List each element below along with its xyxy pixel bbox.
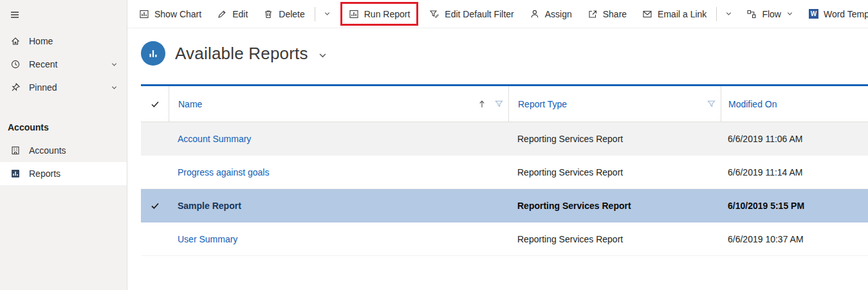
sidebar-item-recent[interactable]: Recent	[0, 53, 127, 76]
sort-ascending-icon	[478, 100, 486, 109]
chevron-down-icon	[318, 51, 328, 60]
table-row[interactable]: User Summary Reporting Services Report 6…	[141, 222, 868, 256]
accounts-icon	[10, 145, 21, 156]
button-label: Email a Link	[658, 9, 706, 19]
sidebar-item-label: Accounts	[29, 145, 66, 156]
run-report-button[interactable]: Run Report	[340, 2, 419, 26]
share-icon	[587, 9, 598, 19]
word-icon: W	[809, 9, 818, 19]
trash-icon	[263, 9, 273, 19]
flow-icon	[746, 9, 757, 19]
row-checkbox[interactable]	[141, 122, 169, 156]
show-chart-button[interactable]: Show Chart	[131, 0, 209, 28]
button-label: Run Report	[364, 9, 411, 19]
report-type-cell: Reporting Services Report	[508, 189, 721, 222]
run-report-icon	[349, 9, 359, 19]
chevron-down-icon	[725, 10, 732, 17]
view-selector-button[interactable]	[318, 51, 328, 60]
email-a-link-button[interactable]: Email a Link	[634, 0, 714, 28]
hamburger-icon	[10, 10, 20, 20]
toolbar-divider	[716, 7, 717, 21]
sidebar: Home Recent Pinned Accounts Accounts Rep…	[0, 0, 127, 290]
home-icon	[10, 36, 21, 46]
hamburger-menu-button[interactable]	[0, 0, 127, 30]
word-templates-button[interactable]: W Word Templates	[801, 0, 868, 28]
command-bar: Show Chart Edit Delete Run Report Edit D…	[127, 0, 868, 28]
view-header: Available Reports	[127, 28, 868, 66]
button-label: Edit	[232, 9, 248, 19]
report-type-cell: Reporting Services Report	[508, 222, 721, 255]
delete-button[interactable]: Delete	[255, 0, 312, 28]
column-label: Name	[178, 99, 202, 109]
assign-button[interactable]: Assign	[522, 0, 580, 28]
report-name-link[interactable]: Sample Report	[178, 201, 241, 211]
sidebar-item-pinned[interactable]: Pinned	[0, 76, 127, 99]
column-header-modified-on[interactable]: Modified On	[721, 86, 868, 122]
chevron-down-icon	[111, 61, 118, 68]
table-row-selected[interactable]: Sample Report Reporting Services Report …	[141, 189, 868, 222]
sidebar-item-home[interactable]: Home	[0, 30, 127, 53]
reports-icon	[10, 168, 21, 179]
pinned-expand-button[interactable]	[111, 84, 118, 91]
report-name-link[interactable]: Progress against goals	[178, 167, 269, 177]
main-area: Show Chart Edit Delete Run Report Edit D…	[127, 0, 868, 290]
envelope-icon	[642, 9, 652, 19]
sidebar-item-accounts[interactable]: Accounts	[0, 139, 127, 162]
button-label: Assign	[545, 9, 572, 19]
sidebar-item-label: Recent	[29, 59, 57, 69]
view-title: Available Reports	[175, 44, 308, 64]
more-commands-button[interactable]	[317, 0, 337, 28]
report-name-link[interactable]: Account Summary	[178, 134, 251, 144]
report-type-cell: Reporting Services Report	[508, 156, 721, 188]
modified-on-cell: 6/6/2019 11:06 AM	[721, 122, 868, 156]
chevron-down-icon	[786, 10, 793, 17]
sidebar-section-header: Accounts	[0, 116, 127, 139]
recent-expand-button[interactable]	[111, 61, 118, 68]
more-commands-button[interactable]	[719, 0, 739, 28]
column-label: Modified On	[728, 99, 777, 109]
toolbar-divider	[315, 7, 315, 21]
button-label: Word Templates	[824, 9, 868, 19]
row-checkbox[interactable]	[141, 156, 169, 188]
column-header-name[interactable]: Name	[169, 86, 508, 122]
table-row[interactable]: Progress against goals Reporting Service…	[141, 156, 868, 189]
modified-on-cell: 6/10/2019 5:15 PM	[721, 189, 868, 222]
sidebar-item-reports[interactable]: Reports	[0, 162, 127, 185]
check-icon	[151, 100, 160, 109]
reports-grid: Name Report Type Modified On	[141, 84, 868, 290]
sidebar-item-label: Pinned	[29, 82, 57, 93]
pin-icon	[10, 82, 21, 93]
button-label: Delete	[279, 9, 304, 19]
modified-on-cell: 6/6/2019 10:37 AM	[721, 222, 868, 255]
filter-edit-icon	[429, 9, 439, 19]
chevron-down-icon	[111, 84, 118, 91]
filter-icon[interactable]	[707, 100, 716, 108]
button-label: Show Chart	[154, 9, 201, 19]
button-label: Edit Default Filter	[445, 9, 513, 19]
select-all-checkbox[interactable]	[141, 86, 169, 122]
person-icon	[530, 9, 540, 19]
report-name-link[interactable]: User Summary	[178, 234, 237, 244]
flow-button[interactable]: Flow	[739, 0, 801, 28]
table-row[interactable]: Account Summary Reporting Services Repor…	[141, 122, 868, 156]
chevron-down-icon	[324, 10, 331, 17]
share-button[interactable]: Share	[580, 0, 634, 28]
row-checkbox-checked[interactable]	[141, 189, 169, 222]
edit-button[interactable]: Edit	[209, 0, 255, 28]
filter-icon[interactable]	[495, 100, 503, 108]
edit-default-filter-button[interactable]: Edit Default Filter	[421, 0, 521, 28]
row-checkbox[interactable]	[141, 222, 169, 255]
sidebar-item-label: Reports	[29, 168, 60, 179]
show-chart-icon	[139, 9, 149, 19]
bar-chart-icon	[147, 47, 160, 60]
report-type-cell: Reporting Services Report	[508, 122, 721, 156]
button-label: Share	[603, 9, 627, 19]
sidebar-item-label: Home	[29, 36, 53, 46]
app-window: Home Recent Pinned Accounts Accounts Rep…	[0, 0, 868, 290]
pencil-icon	[217, 9, 227, 19]
button-label: Flow	[762, 9, 781, 19]
grid-header-row: Name Report Type Modified On	[141, 86, 868, 122]
column-label: Report Type	[518, 99, 567, 109]
column-header-report-type[interactable]: Report Type	[508, 86, 721, 122]
modified-on-cell: 6/6/2019 11:14 AM	[721, 156, 868, 188]
